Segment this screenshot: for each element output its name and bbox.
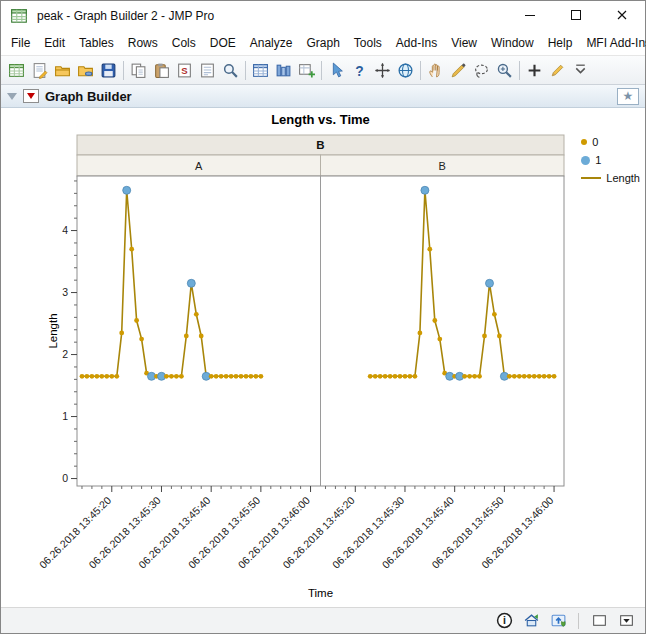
red-triangle-icon bbox=[27, 93, 35, 99]
menu-item-cols[interactable]: Cols bbox=[165, 32, 203, 54]
collapse-outline-icon[interactable] bbox=[7, 93, 17, 100]
legend-swatch-dot-small bbox=[581, 139, 587, 145]
menu-item-window[interactable]: Window bbox=[484, 32, 541, 54]
menu-item-rows[interactable]: Rows bbox=[121, 32, 165, 54]
web-tool-icon[interactable] bbox=[394, 58, 417, 82]
menu-item-mfi-add-ins[interactable]: MFI Add-Ins bbox=[579, 32, 646, 54]
move-tool-icon[interactable] bbox=[371, 58, 394, 82]
svg-text:B: B bbox=[439, 160, 446, 172]
toolbar-separator bbox=[245, 61, 246, 80]
svg-text:?: ? bbox=[355, 62, 363, 78]
new-data-table-icon[interactable] bbox=[5, 58, 28, 82]
svg-text:4: 4 bbox=[62, 224, 68, 236]
graph-builder-outline-header[interactable]: Graph Builder ★ bbox=[1, 85, 645, 108]
legend-label: Length bbox=[606, 172, 640, 184]
search-icon[interactable] bbox=[219, 58, 242, 82]
svg-text:B: B bbox=[316, 139, 324, 151]
minimize-icon bbox=[524, 7, 536, 25]
overflow-icon[interactable] bbox=[569, 58, 592, 82]
app-icon bbox=[10, 7, 28, 25]
window-title: peak - Graph Builder 2 - JMP Pro bbox=[37, 9, 214, 23]
grabber-tool-icon[interactable] bbox=[424, 58, 447, 82]
svg-text:2: 2 bbox=[62, 348, 68, 360]
window-controls bbox=[507, 1, 645, 31]
menu-item-edit[interactable]: Edit bbox=[37, 32, 72, 54]
toolbar-separator bbox=[321, 61, 322, 80]
toolbar: S? bbox=[1, 55, 645, 85]
statusbar-separator bbox=[578, 613, 579, 629]
legend-swatch-dot-large bbox=[581, 156, 590, 165]
toolbar-separator bbox=[123, 61, 124, 80]
red-triangle-menu-button[interactable] bbox=[23, 89, 39, 103]
toolbar-separator bbox=[420, 61, 421, 80]
graph-builder-plot[interactable]: BAB0123406.26.2018 13:45:2006.26.2018 13… bbox=[1, 108, 645, 607]
svg-text:Time: Time bbox=[308, 587, 333, 599]
legend: 01Length bbox=[581, 136, 640, 184]
script-window-icon[interactable]: S bbox=[173, 58, 196, 82]
menu-item-tools[interactable]: Tools bbox=[347, 32, 389, 54]
info-icon[interactable]: i bbox=[495, 612, 513, 630]
status-bar: i bbox=[1, 607, 645, 633]
help-tool-icon[interactable]: ? bbox=[348, 58, 371, 82]
open-icon[interactable] bbox=[51, 58, 74, 82]
menu-item-graph[interactable]: Graph bbox=[299, 32, 346, 54]
copy-icon[interactable] bbox=[127, 58, 150, 82]
paste-icon[interactable] bbox=[150, 58, 173, 82]
svg-text:Length: Length bbox=[47, 313, 59, 348]
outline-title: Graph Builder bbox=[45, 89, 132, 104]
new-journal-icon[interactable] bbox=[28, 58, 51, 82]
legend-label: 0 bbox=[592, 136, 598, 148]
menu-item-file[interactable]: File bbox=[4, 32, 37, 54]
line-tool-icon[interactable] bbox=[546, 58, 569, 82]
legend-item-0[interactable]: 0 bbox=[581, 136, 640, 148]
legend-label: 1 bbox=[595, 154, 601, 166]
star-icon: ★ bbox=[623, 90, 634, 102]
update-shield-icon[interactable] bbox=[549, 612, 567, 630]
close-button[interactable] bbox=[599, 1, 645, 31]
open-database-icon[interactable] bbox=[74, 58, 97, 82]
lasso-tool-icon[interactable] bbox=[470, 58, 493, 82]
journal-window-icon[interactable] bbox=[196, 58, 219, 82]
menu-item-analyze[interactable]: Analyze bbox=[243, 32, 300, 54]
save-icon[interactable] bbox=[97, 58, 120, 82]
window-box-icon[interactable] bbox=[590, 612, 608, 630]
menu-item-doe[interactable]: DOE bbox=[203, 32, 243, 54]
data-table-window-icon[interactable] bbox=[249, 58, 272, 82]
minimize-button[interactable] bbox=[507, 1, 553, 31]
svg-text:0: 0 bbox=[62, 472, 68, 484]
menu-item-add-ins[interactable]: Add-Ins bbox=[389, 32, 444, 54]
window-caret-icon[interactable] bbox=[617, 612, 635, 630]
svg-text:i: i bbox=[503, 614, 506, 626]
svg-text:A: A bbox=[195, 160, 203, 172]
menu-item-tables[interactable]: Tables bbox=[72, 32, 121, 54]
jmp-window: peak - Graph Builder 2 - JMP Pro FileEdi… bbox=[0, 0, 646, 634]
chart-title: Length vs. Time bbox=[77, 112, 564, 127]
legend-item-length[interactable]: Length bbox=[581, 172, 640, 184]
svg-text:S: S bbox=[181, 65, 187, 76]
svg-text:1: 1 bbox=[62, 410, 68, 422]
maximize-button[interactable] bbox=[553, 1, 599, 31]
legend-swatch-line bbox=[581, 177, 601, 179]
bookmark-star-button[interactable]: ★ bbox=[617, 88, 639, 105]
toolbar-separator bbox=[519, 61, 520, 80]
add-graph-icon[interactable] bbox=[295, 58, 318, 82]
column-info-icon[interactable] bbox=[272, 58, 295, 82]
home-sync-icon[interactable] bbox=[522, 612, 540, 630]
annotate-tool-icon[interactable] bbox=[523, 58, 546, 82]
menu-item-help[interactable]: Help bbox=[541, 32, 580, 54]
maximize-icon bbox=[570, 7, 582, 25]
title-bar: peak - Graph Builder 2 - JMP Pro bbox=[1, 1, 645, 31]
report-content: BAB0123406.26.2018 13:45:2006.26.2018 13… bbox=[1, 108, 645, 607]
magnifier-tool-icon[interactable] bbox=[493, 58, 516, 82]
menu-bar: FileEditTablesRowsColsDOEAnalyzeGraphToo… bbox=[1, 31, 645, 55]
svg-text:3: 3 bbox=[62, 286, 68, 298]
menu-item-view[interactable]: View bbox=[444, 32, 484, 54]
brush-tool-icon[interactable] bbox=[447, 58, 470, 82]
close-icon bbox=[616, 7, 628, 25]
arrow-tool-icon[interactable] bbox=[325, 58, 348, 82]
legend-item-1[interactable]: 1 bbox=[581, 154, 640, 166]
